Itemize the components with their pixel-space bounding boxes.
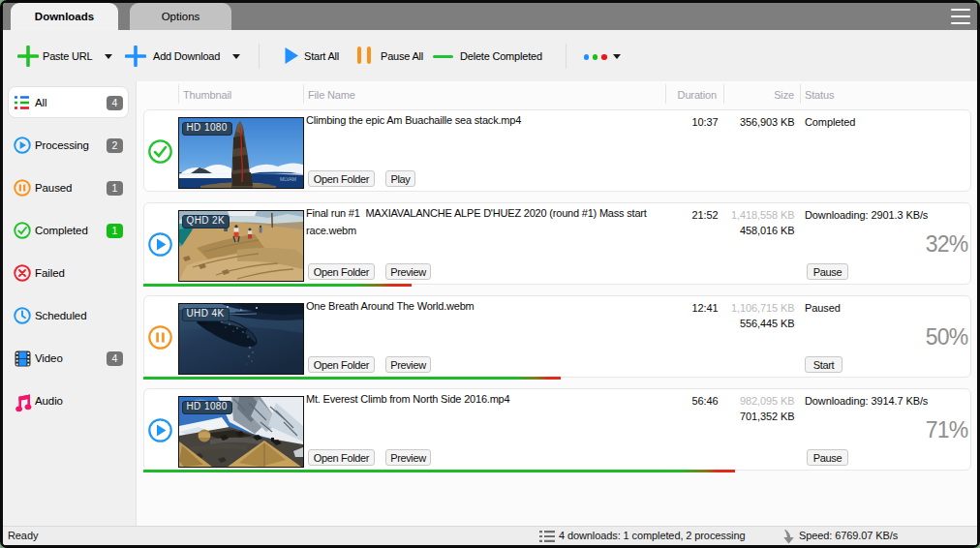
svg-text:MLVAM: MLVAM [280,176,296,182]
